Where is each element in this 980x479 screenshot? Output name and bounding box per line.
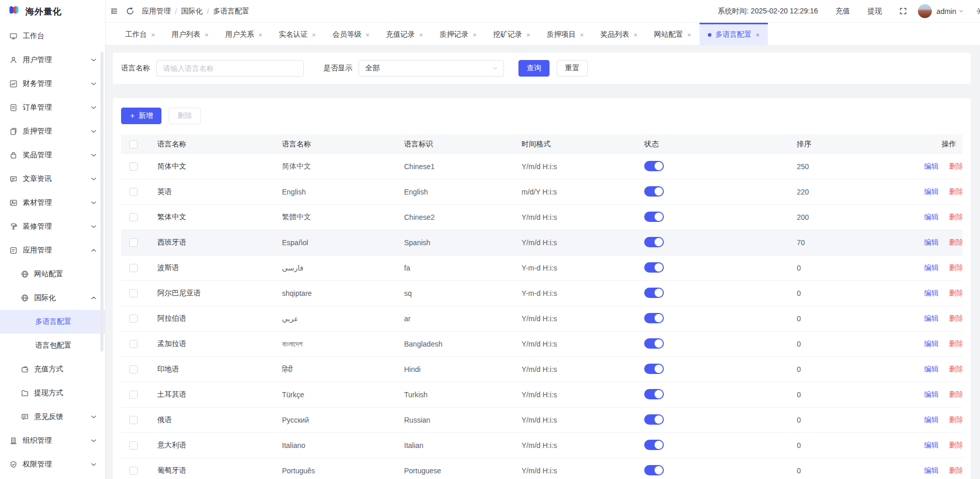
sidebar-scrollbar[interactable] xyxy=(100,52,103,352)
delete-link[interactable]: 删除 xyxy=(949,162,962,170)
add-button[interactable]: 新增 xyxy=(121,108,161,124)
delete-link[interactable]: 删除 xyxy=(949,238,962,246)
status-toggle[interactable] xyxy=(644,338,664,349)
status-toggle[interactable] xyxy=(644,186,664,197)
status-toggle[interactable] xyxy=(644,262,664,273)
sidebar-item[interactable]: 意见反馈 xyxy=(0,405,105,429)
edit-link[interactable]: 编辑 xyxy=(924,187,939,196)
tab[interactable]: 工作台 × xyxy=(117,23,164,45)
delete-button[interactable]: 删除 xyxy=(169,108,201,124)
delete-link[interactable]: 删除 xyxy=(949,466,962,474)
edit-link[interactable]: 编辑 xyxy=(924,441,939,449)
status-toggle[interactable] xyxy=(644,313,664,323)
sidebar-item[interactable]: 权限管理 xyxy=(0,453,105,476)
sidebar-item[interactable]: 多语言配置 xyxy=(0,310,105,334)
language-name-input[interactable] xyxy=(156,60,304,77)
collapse-menu-icon[interactable] xyxy=(110,7,118,16)
sidebar-item[interactable]: 质押管理 xyxy=(0,119,105,143)
tab[interactable]: 质押记录 × xyxy=(432,23,485,45)
edit-link[interactable]: 编辑 xyxy=(924,213,939,221)
status-toggle[interactable] xyxy=(644,288,664,298)
sidebar-item[interactable]: 素材管理 xyxy=(0,191,105,215)
row-checkbox[interactable] xyxy=(129,289,138,297)
edit-link[interactable]: 编辑 xyxy=(924,238,939,246)
tab[interactable]: 充值记录 × xyxy=(378,23,432,45)
tab-close-icon[interactable]: × xyxy=(312,32,316,38)
sidebar-item[interactable]: 装修管理 xyxy=(0,215,105,238)
edit-link[interactable]: 编辑 xyxy=(924,289,939,297)
status-toggle[interactable] xyxy=(644,212,664,222)
sidebar-item[interactable]: 应用管理 xyxy=(0,238,105,262)
avatar[interactable] xyxy=(918,4,932,18)
delete-link[interactable]: 删除 xyxy=(949,289,962,297)
tab[interactable]: 奖品列表 × xyxy=(592,23,646,45)
status-toggle[interactable] xyxy=(644,414,664,425)
delete-link[interactable]: 删除 xyxy=(949,213,962,221)
gear-icon[interactable] xyxy=(976,7,980,16)
row-checkbox[interactable] xyxy=(129,467,138,475)
breadcrumb-item[interactable]: 国际化 xyxy=(181,7,203,16)
sidebar-item[interactable]: 语言包配置 xyxy=(0,334,105,357)
delete-link[interactable]: 删除 xyxy=(949,441,962,449)
sidebar-item[interactable]: 组织管理 xyxy=(0,429,105,453)
tab-close-icon[interactable]: × xyxy=(365,32,369,38)
row-checkbox[interactable] xyxy=(129,441,138,450)
breadcrumb-item[interactable]: 应用管理 xyxy=(142,7,171,16)
row-checkbox[interactable] xyxy=(129,188,138,196)
tab-close-icon[interactable]: × xyxy=(205,32,209,38)
delete-link[interactable]: 删除 xyxy=(949,390,962,398)
tab-close-icon[interactable]: × xyxy=(526,32,530,38)
tab[interactable]: 网站配置 × xyxy=(646,23,700,45)
edit-link[interactable]: 编辑 xyxy=(924,466,939,474)
status-toggle[interactable] xyxy=(644,364,664,374)
tab[interactable]: 质押项目 × xyxy=(539,23,592,45)
tab-close-icon[interactable]: × xyxy=(151,32,155,38)
tab-close-icon[interactable]: × xyxy=(756,32,760,38)
edit-link[interactable]: 编辑 xyxy=(924,415,939,424)
status-toggle[interactable] xyxy=(644,161,664,171)
sidebar-item[interactable]: 提现方式 xyxy=(0,381,105,405)
tab[interactable]: 实名认证 × xyxy=(271,23,324,45)
tab-close-icon[interactable]: × xyxy=(258,32,262,38)
edit-link[interactable]: 编辑 xyxy=(924,314,939,322)
sidebar-item[interactable]: 财务管理 xyxy=(0,72,105,96)
status-toggle[interactable] xyxy=(644,237,664,247)
delete-link[interactable]: 删除 xyxy=(949,339,962,348)
sidebar-item[interactable]: 网站配置 xyxy=(0,262,105,286)
row-checkbox[interactable] xyxy=(129,238,138,247)
row-checkbox[interactable] xyxy=(129,315,138,323)
row-checkbox[interactable] xyxy=(129,264,138,272)
sidebar-item[interactable]: 文章资讯 xyxy=(0,167,105,191)
edit-link[interactable]: 编辑 xyxy=(924,339,939,348)
reset-button[interactable]: 重置 xyxy=(557,60,588,77)
tab[interactable]: 挖矿记录 × xyxy=(485,23,539,45)
sidebar-item[interactable]: 充值方式 xyxy=(0,357,105,381)
row-checkbox[interactable] xyxy=(129,365,138,373)
select-all-checkbox[interactable] xyxy=(129,140,138,148)
tab-close-icon[interactable]: × xyxy=(580,32,584,38)
delete-link[interactable]: 删除 xyxy=(949,187,962,196)
delete-link[interactable]: 删除 xyxy=(949,415,962,424)
sidebar-item[interactable]: 国际化 xyxy=(0,286,105,310)
sidebar-item[interactable]: 工作台 xyxy=(0,24,105,48)
fullscreen-icon[interactable] xyxy=(899,7,908,16)
row-checkbox[interactable] xyxy=(129,416,138,424)
tab-close-icon[interactable]: × xyxy=(633,32,637,38)
tab[interactable]: 用户关系 × xyxy=(217,23,271,45)
status-toggle[interactable] xyxy=(644,440,664,450)
row-checkbox[interactable] xyxy=(129,340,138,348)
status-toggle[interactable] xyxy=(644,389,664,399)
recharge-link[interactable]: 充值 xyxy=(836,7,850,16)
search-button[interactable]: 查询 xyxy=(518,60,550,77)
tab-close-icon[interactable]: × xyxy=(687,32,691,38)
row-checkbox[interactable] xyxy=(129,162,138,171)
sidebar-item[interactable]: 用户管理 xyxy=(0,48,105,72)
refresh-icon[interactable] xyxy=(126,7,135,16)
tab-close-icon[interactable]: × xyxy=(419,32,423,38)
chevron-down-icon[interactable] xyxy=(958,8,964,14)
edit-link[interactable]: 编辑 xyxy=(924,390,939,398)
edit-link[interactable]: 编辑 xyxy=(924,365,939,373)
row-checkbox[interactable] xyxy=(129,213,138,221)
edit-link[interactable]: 编辑 xyxy=(924,162,939,170)
tab[interactable]: 多语言配置 × xyxy=(700,23,768,45)
